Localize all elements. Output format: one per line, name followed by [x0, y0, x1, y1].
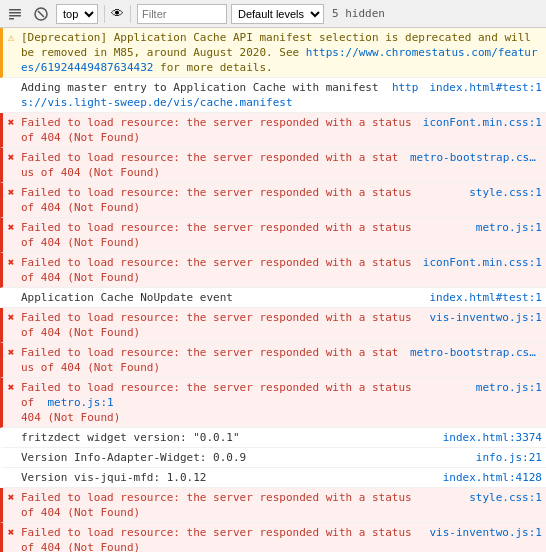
eye-icon: 👁	[111, 6, 124, 21]
stop-on-error-button[interactable]	[30, 3, 52, 25]
clear-console-button[interactable]	[4, 3, 26, 25]
error-icon: ✖	[3, 151, 19, 164]
source-inline-link[interactable]: metro.js:1	[48, 396, 114, 409]
log-message: Failed to load resource: the server resp…	[19, 149, 406, 181]
log-source[interactable]: iconFont.min.css:1	[419, 115, 546, 130]
svg-rect-3	[9, 18, 14, 20]
error-icon: ✖	[3, 186, 19, 199]
error-icon: ✖	[3, 491, 19, 504]
log-message: fritzdect widget version: "0.0.1"	[19, 429, 426, 446]
svg-rect-0	[9, 9, 21, 11]
source-link[interactable]: vis-inventwo.js:1	[429, 311, 542, 324]
log-source[interactable]: iconFont.min.css:1	[419, 255, 546, 270]
log-entry: ✖Failed to load resource: the server res…	[0, 253, 546, 288]
log-source[interactable]: style.css:1	[426, 490, 546, 505]
error-icon: ✖	[3, 256, 19, 269]
log-entry: ✖Failed to load resource: the server res…	[0, 378, 546, 428]
log-source[interactable]: metro.js:1	[426, 220, 546, 235]
log-entry: Version vis-jqui-mfd: 1.0.12index.html:4…	[0, 468, 546, 488]
manifest-link[interactable]: https://vis.light-sweep.de/vis/cache.man…	[21, 81, 418, 109]
log-entry: Application Cache NoUpdate eventindex.ht…	[0, 288, 546, 308]
log-source[interactable]: index.html:4128	[426, 470, 546, 485]
log-message: Failed to load resource: the server resp…	[19, 309, 425, 341]
log-source[interactable]: index.html#test:1	[425, 290, 546, 305]
hidden-count: 5 hidden	[332, 7, 385, 20]
deprecation-link[interactable]: https://www.chromestatus.com/features/61…	[21, 46, 538, 74]
toolbar-separator	[104, 5, 105, 23]
toolbar-separator-2	[130, 5, 131, 23]
svg-line-5	[38, 11, 44, 17]
log-message: Failed to load resource: the server resp…	[19, 344, 406, 376]
error-icon: ✖	[3, 221, 19, 234]
log-source[interactable]: metro-bootstrap.css:1	[406, 150, 546, 165]
error-icon: ✖	[3, 311, 19, 324]
log-entry: Version Info-Adapter-Widget: 0.0.9info.j…	[0, 448, 546, 468]
svg-rect-2	[9, 15, 21, 17]
filter-input[interactable]	[137, 4, 227, 24]
source-link[interactable]: index.html#test:1	[429, 291, 542, 304]
error-icon: ✖	[3, 116, 19, 129]
log-entry: ✖Failed to load resource: the server res…	[0, 113, 546, 148]
error-icon: ✖	[3, 526, 19, 539]
log-message: Version Info-Adapter-Widget: 0.0.9	[19, 449, 426, 466]
log-source[interactable]: info.js:21	[426, 450, 546, 465]
log-source[interactable]: vis-inventwo.js:1	[425, 525, 546, 540]
svg-rect-1	[9, 12, 21, 14]
log-entry: ✖Failed to load resource: the server res…	[0, 218, 546, 253]
source-link[interactable]: vis-inventwo.js:1	[429, 526, 542, 539]
log-entry: Adding master entry to Application Cache…	[0, 78, 546, 113]
console-toolbar: top 👁 Default levels 5 hidden	[0, 0, 546, 28]
log-message: Failed to load resource: the server resp…	[19, 114, 419, 146]
log-entry: ✖Failed to load resource: the server res…	[0, 183, 546, 218]
log-message: Failed to load resource: the server resp…	[19, 254, 419, 286]
source-link[interactable]: style.css:1	[469, 491, 542, 504]
log-message: Application Cache NoUpdate event	[19, 289, 425, 306]
log-message: Failed to load resource: the server resp…	[19, 489, 426, 521]
log-source[interactable]: metro.js:1	[426, 380, 546, 395]
error-icon: ✖	[3, 346, 19, 359]
log-entry: ✖Failed to load resource: the server res…	[0, 343, 546, 378]
source-link[interactable]: info.js:21	[476, 451, 542, 464]
log-source[interactable]: metro-bootstrap.css:1	[406, 345, 546, 360]
log-entry: ✖Failed to load resource: the server res…	[0, 308, 546, 343]
log-message: Failed to load resource: the server resp…	[19, 184, 426, 216]
log-message: Version vis-jqui-mfd: 1.0.12	[19, 469, 426, 486]
source-link[interactable]: index.html:3374	[443, 431, 542, 444]
source-link[interactable]: metro-bootstrap.css:1	[410, 151, 546, 164]
log-level-select[interactable]: Default levels	[231, 4, 324, 24]
warning-icon: ⚠	[3, 31, 19, 44]
log-source[interactable]: index.html:3374	[426, 430, 546, 445]
log-entry: ✖Failed to load resource: the server res…	[0, 523, 546, 552]
log-entry: fritzdect widget version: "0.0.1"index.h…	[0, 428, 546, 448]
log-entry: ✖Failed to load resource: the server res…	[0, 488, 546, 523]
source-link[interactable]: metro.js:1	[476, 221, 542, 234]
source-link[interactable]: index.html#test:1	[429, 81, 542, 94]
log-entry: ⚠[Deprecation] Application Cache API man…	[0, 28, 546, 78]
log-message: Failed to load resource: the server resp…	[19, 379, 426, 426]
source-link[interactable]: iconFont.min.css:1	[423, 116, 542, 129]
source-link[interactable]: index.html:4128	[443, 471, 542, 484]
source-link[interactable]: metro-bootstrap.css:1	[410, 346, 546, 359]
log-message: [Deprecation] Application Cache API mani…	[19, 29, 546, 76]
log-entry: ✖Failed to load resource: the server res…	[0, 148, 546, 183]
context-select[interactable]: top	[56, 4, 98, 24]
log-message: Failed to load resource: the server resp…	[19, 219, 426, 251]
console-log-area: ⚠[Deprecation] Application Cache API man…	[0, 28, 546, 552]
log-source[interactable]: index.html#test:1	[425, 80, 546, 95]
error-icon: ✖	[3, 381, 19, 394]
log-message: Failed to load resource: the server resp…	[19, 524, 425, 552]
log-source[interactable]: style.css:1	[426, 185, 546, 200]
log-source[interactable]: vis-inventwo.js:1	[425, 310, 546, 325]
log-message: Adding master entry to Application Cache…	[19, 79, 425, 111]
source-link[interactable]: metro.js:1	[476, 381, 542, 394]
source-link[interactable]: style.css:1	[469, 186, 542, 199]
source-link[interactable]: iconFont.min.css:1	[423, 256, 542, 269]
